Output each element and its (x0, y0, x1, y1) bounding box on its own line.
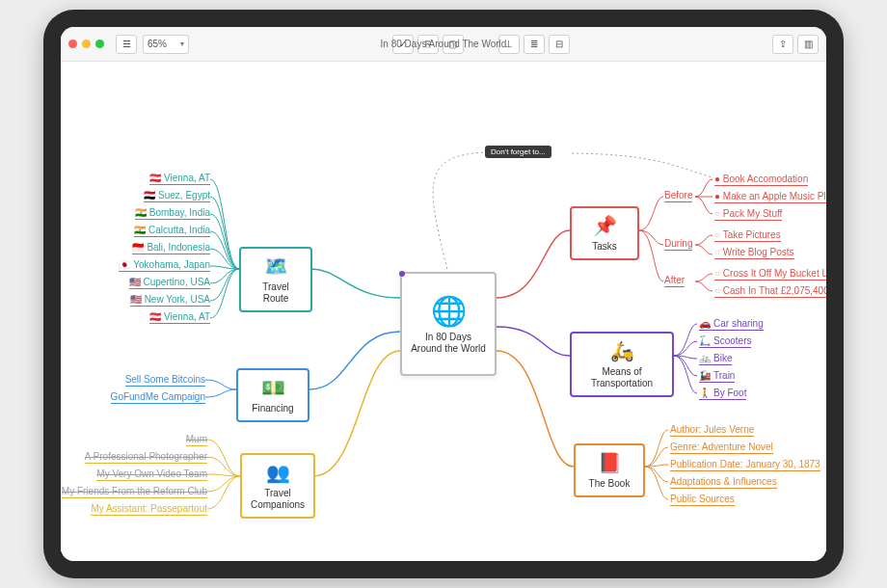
route-stop[interactable]: 🇮🇩Bali, Indonesia (132, 242, 210, 254)
traffic-lights[interactable] (68, 40, 104, 48)
ipad-frame: In 80 Days Around The World ☰ 65% ✓ ⎘ ▢ … (43, 10, 844, 578)
task-item[interactable]: ○ Cash In That £2,075,400 Wager (714, 285, 826, 298)
add-sibling-icon[interactable]: ≣ (524, 35, 545, 54)
task-group-label[interactable]: After (664, 275, 685, 287)
people-icon: 👥 (266, 461, 290, 484)
flag-icon: 🇦🇹 (149, 173, 161, 183)
transport-item[interactable]: 🛴Scooters (699, 335, 751, 348)
unchecked-icon: ○ (714, 208, 720, 219)
flag-icon: 🇪🇬 (144, 190, 155, 200)
toolbar: In 80 Days Around The World ☰ 65% ✓ ⎘ ▢ … (61, 27, 826, 62)
center-title: In 80 Days Around the World (410, 332, 487, 355)
check-icon: ● (714, 174, 720, 184)
companion-item[interactable]: My Very Own Video Team (96, 468, 207, 481)
flag-icon: 🇺🇸 (129, 277, 141, 287)
book-icon: 📕 (598, 451, 622, 474)
image-icon[interactable]: ▢ (443, 35, 464, 54)
attachment-icon[interactable]: ⎘ (417, 35, 439, 54)
minimize-icon[interactable] (82, 40, 91, 48)
task-item[interactable]: ○ Cross It Off My Bucket List (714, 268, 826, 281)
mindmap-canvas[interactable]: Don't forget to... 🌐 In 80 Days Around t… (61, 62, 826, 561)
toolbar-insert-group: ✓ ⎘ ▢ (392, 35, 464, 54)
node-financing[interactable]: 💵 Financing (236, 368, 309, 422)
route-stop[interactable]: 🇮🇳Calcutta, India (134, 225, 210, 237)
pin-icon: 📌 (593, 214, 617, 237)
flag-icon: 🇦🇹 (149, 311, 161, 322)
book-item[interactable]: Adaptations & Influences (670, 476, 777, 489)
unchecked-icon: ○ (714, 247, 720, 257)
companion-item[interactable]: My Assistant: Passepartout (91, 503, 207, 516)
map-icon: 🗺️ (264, 254, 288, 278)
book-item[interactable]: Public Sources (670, 494, 735, 506)
companion-item[interactable]: A Professional Photographer (85, 451, 207, 464)
transport-item-icon: 🚗 (699, 318, 711, 329)
book-item[interactable]: Publication Date: January 30, 1873 (670, 459, 820, 471)
task-icon[interactable]: ✓ (392, 35, 414, 54)
task-item[interactable]: ● Make an Apple Music Playlist (714, 191, 826, 203)
node-label: Means of Transportation (579, 366, 664, 389)
transport-item[interactable]: 🚂Train (699, 370, 735, 383)
task-group-label[interactable]: During (664, 238, 692, 251)
route-stop[interactable]: 🇮🇳Bombay, India (135, 207, 210, 220)
node-label: Financing (252, 403, 293, 414)
node-book[interactable]: 📕 The Book (574, 443, 645, 497)
node-tasks[interactable]: 📌 Tasks (570, 206, 639, 260)
task-item[interactable]: ○ Write Blog Posts (714, 247, 794, 259)
transport-icon: 🛵 (610, 339, 634, 362)
flag-icon: 🇮🇩 (132, 242, 144, 253)
task-group-label[interactable]: Before (664, 190, 692, 202)
share-icon[interactable]: ⇪ (772, 35, 793, 54)
route-stop[interactable]: 🇯🇵Yokohama, Japan (119, 259, 210, 272)
layout-icon[interactable]: ⊟ (549, 35, 570, 54)
node-companions[interactable]: 👥 Travel Companions (240, 453, 315, 519)
globe-icon: 🌐 (431, 294, 467, 328)
companion-item[interactable]: My Friends From the Reform Club (62, 486, 207, 498)
zoom-select[interactable]: 65% (143, 35, 189, 54)
transport-item-icon: 🚲 (699, 353, 711, 363)
app-window: In 80 Days Around The World ☰ 65% ✓ ⎘ ▢ … (61, 27, 826, 561)
route-stop[interactable]: 🇺🇸New York, USA (130, 294, 210, 307)
money-icon: 💵 (261, 376, 285, 399)
companion-item[interactable]: Mum (186, 434, 207, 446)
unchecked-icon: ○ (714, 268, 720, 279)
route-stop[interactable]: 🇺🇸Cupertino, USA (129, 277, 210, 289)
inspector-icon[interactable]: ▥ (797, 35, 819, 54)
node-label: Tasks (592, 241, 617, 253)
flag-icon: 🇮🇳 (134, 225, 146, 235)
close-icon[interactable] (68, 40, 77, 48)
flag-icon: 🇯🇵 (119, 259, 130, 270)
task-item[interactable]: ○ Pack My Stuff (714, 208, 782, 221)
add-child-icon[interactable]: ⊥ (498, 35, 520, 54)
transport-item[interactable]: 🚗Car sharing (699, 318, 764, 331)
fullscreen-icon[interactable] (95, 40, 104, 48)
task-item[interactable]: ○ Take Pictures (714, 229, 781, 242)
task-item[interactable]: ● Book Accomodation (714, 174, 808, 186)
route-stop[interactable]: 🇪🇬Suez, Egypt (144, 190, 210, 202)
node-transport[interactable]: 🛵 Means of Transportation (570, 332, 674, 397)
financing-item[interactable]: GoFundMe Campaign (111, 391, 205, 404)
financing-item[interactable]: Sell Some Bitcoins (125, 374, 205, 387)
flag-icon: 🇺🇸 (130, 294, 142, 305)
book-item[interactable]: Genre: Adventure Novel (670, 441, 773, 454)
callout-reminder[interactable]: Don't forget to... (485, 146, 551, 158)
node-label: Travel Route (249, 281, 303, 305)
transport-item-icon: 🚂 (699, 370, 711, 381)
transport-item[interactable]: 🚲Bike (699, 353, 732, 365)
node-label: Travel Companions (250, 488, 306, 511)
sidebar-toggle-button[interactable]: ☰ (116, 35, 137, 54)
node-travel-route[interactable]: 🗺️ Travel Route (239, 247, 312, 312)
node-label: The Book (589, 478, 631, 490)
route-stop[interactable]: 🇦🇹Vienna, AT (149, 311, 210, 324)
book-item[interactable]: Author: Jules Verne (670, 424, 754, 437)
toolbar-node-group: ⊥ ≣ ⊟ (498, 35, 570, 54)
center-node[interactable]: 🌐 In 80 Days Around the World (400, 272, 497, 376)
unchecked-icon: ○ (714, 285, 720, 296)
toolbar-share-group: ⇪ ▥ (772, 35, 819, 54)
flag-icon: 🇮🇳 (135, 207, 147, 218)
node-marker-icon (399, 271, 405, 277)
unchecked-icon: ○ (714, 229, 720, 240)
transport-item[interactable]: 🚶By Foot (699, 388, 746, 400)
transport-item-icon: 🚶 (699, 388, 711, 398)
transport-item-icon: 🛴 (699, 335, 711, 346)
route-stop[interactable]: 🇦🇹Vienna, AT (149, 173, 210, 185)
